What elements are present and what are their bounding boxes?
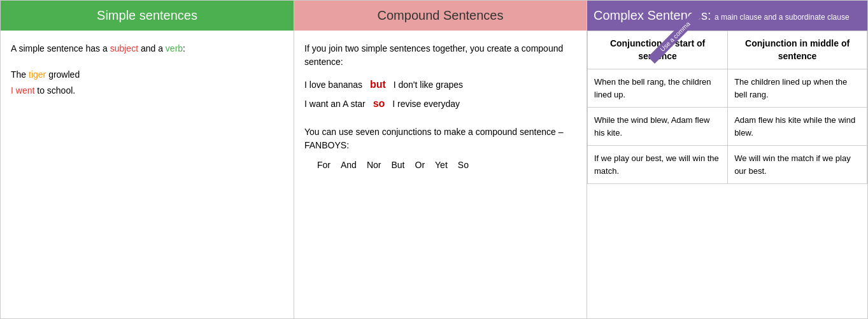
verb-label: verb <box>166 43 183 53</box>
complex-table-header-row: Conjunction at start of sentence Conjunc… <box>588 31 867 69</box>
simple-header-text: Simple sentences <box>97 8 197 22</box>
col2-header: Conjunction in middle of sentence <box>728 31 867 69</box>
conj-so: so <box>373 98 385 109</box>
conj-but: but <box>370 79 386 90</box>
complex-table-area: Use a comma Conjunction at start of sent… <box>587 31 867 318</box>
compound-header-text: Compound Sentences <box>378 8 504 22</box>
complex-row-1-col1: While the wind blew, Adam flew his kite. <box>588 108 728 146</box>
simple-example-2: I went to school. <box>11 83 283 99</box>
compound-example-1: I love bananas but I don't like grapes <box>304 75 576 94</box>
complex-row-2-col2: We will win the match if we play our bes… <box>728 146 867 184</box>
fanboys-and: And <box>341 159 357 172</box>
complex-table-row: While the wind blew, Adam flew his kite.… <box>588 108 867 146</box>
complex-row-2-col1: If we play our best, we will win the mat… <box>588 146 728 184</box>
complex-header-subtitle: a main clause and a subordinate clause <box>715 13 849 22</box>
complex-header-text: Complex Sentences: <box>594 8 711 22</box>
compound-sentences-column: Compound Sentences If you join two simpl… <box>294 1 587 318</box>
complex-table-row: If we play our best, we will win the mat… <box>588 146 867 184</box>
complex-table-row: When the bell rang, the children lined u… <box>588 69 867 108</box>
complex-row-0-col2: The children lined up when the bell rang… <box>728 69 867 108</box>
complex-sentences-table: Conjunction at start of sentence Conjunc… <box>587 31 867 184</box>
simple-sentences-column: Simple sentences A simple sentence has a… <box>1 1 294 318</box>
complex-row-0-col1: When the bell rang, the children lined u… <box>588 69 728 108</box>
fanboys-list: For And Nor But Or Yet So <box>304 159 576 172</box>
fanboys-intro: You can use seven conjunctions to make a… <box>304 125 576 152</box>
complex-header: Complex Sentences: a main clause and a s… <box>587 1 867 31</box>
simple-examples: The tiger growled I went to school. <box>11 67 283 99</box>
subject-label: subject <box>110 43 138 53</box>
compound-content: If you join two simple sentences togethe… <box>294 31 587 318</box>
growled-text: growled <box>46 69 80 80</box>
fanboys-nor: Nor <box>367 159 381 172</box>
complex-sentences-column: Complex Sentences: a main clause and a s… <box>587 1 867 318</box>
fanboys-yet: Yet <box>435 159 448 172</box>
fanboys-or: Or <box>415 159 425 172</box>
compound-intro: If you join two simple sentences togethe… <box>304 42 576 69</box>
compound-header: Compound Sentences <box>294 1 587 31</box>
simple-intro: A simple sentence has a subject and a ve… <box>11 42 283 55</box>
tiger-text: tiger <box>29 69 46 80</box>
simple-example-1: The tiger growled <box>11 67 283 83</box>
fanboys-for: For <box>317 159 331 172</box>
fanboys-so: So <box>458 159 469 172</box>
compound-example-2: I want an A star so I revise everyday <box>304 94 576 113</box>
complex-row-1-col2: Adam flew his kite while the wind blew. <box>728 108 867 146</box>
went-text: I went <box>11 85 34 96</box>
fanboys-section: You can use seven conjunctions to make a… <box>304 125 576 172</box>
simple-header: Simple sentences <box>1 1 294 31</box>
simple-content: A simple sentence has a subject and a ve… <box>1 31 294 318</box>
col1-header: Conjunction at start of sentence <box>588 31 728 69</box>
fanboys-but: But <box>391 159 404 172</box>
